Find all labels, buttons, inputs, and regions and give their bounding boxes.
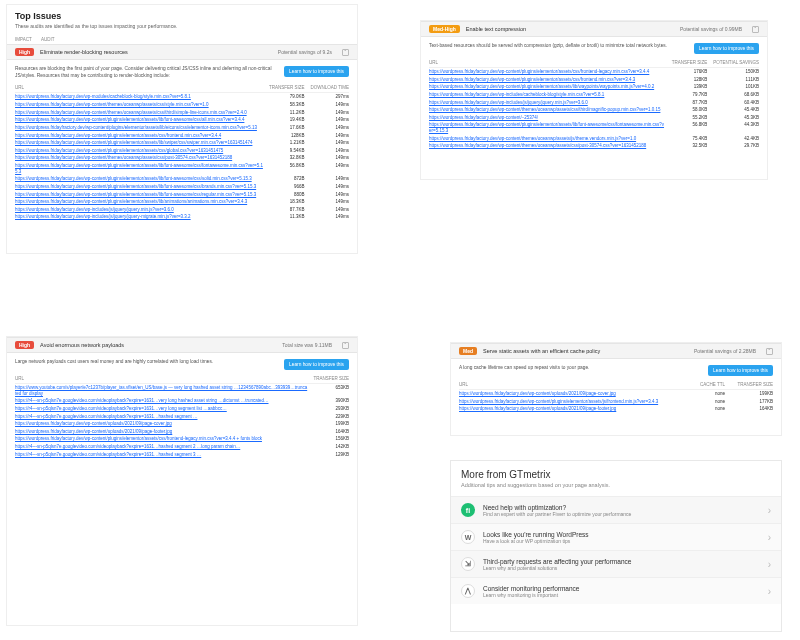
audit-header-row[interactable]: High Eliminate render-blocking resources… [7, 44, 357, 60]
impact-tag-med: Med [459, 347, 477, 355]
audit-header-row[interactable]: High Avoid enormous network payloads Tot… [7, 337, 357, 353]
resource-url[interactable]: https://wordpress.fridayfactory.dev/wp-c… [459, 390, 689, 398]
table-row: https://wordpress.fridayfactory.dev/wp-c… [459, 405, 773, 413]
audit-savings: Total size was 9.11MB [282, 342, 332, 348]
cell-d: 149ms [305, 132, 349, 140]
table-row: https://wordpress.fridayfactory.dev/wp-c… [15, 435, 349, 443]
resource-url[interactable]: https://r4---sn-p5qlsn7e.googlevideo.com… [15, 413, 307, 421]
resource-url[interactable]: https://wordpress.fridayfactory.dev/wp-c… [15, 154, 263, 162]
audit-title: Eliminate render-blocking resources [40, 49, 272, 55]
chevron-up-icon[interactable]: ˄ [342, 342, 349, 349]
resource-url[interactable]: https://wordpress.fridayfactory.dev/wp-c… [15, 191, 263, 199]
cell-d: 149ms [305, 109, 349, 117]
tip-row[interactable]: ⇲Third-party requests are affecting your… [451, 550, 781, 577]
wp-icon: W [461, 530, 475, 544]
resource-url[interactable]: https://www.youtube.com/s/player/e7c1237… [15, 384, 307, 398]
resource-url[interactable]: https://wordpress.fridayfactory.dev/wp-c… [429, 68, 666, 76]
resource-url[interactable]: https://wordpress.fridayfactory.dev/wp-m… [15, 93, 263, 101]
learn-button[interactable]: Learn how to improve this [708, 365, 773, 376]
resource-url[interactable]: https://wordpress.fridayfactory.dev/wp-i… [15, 213, 263, 221]
learn-button[interactable]: Learn how to improve this [284, 66, 349, 77]
resource-url[interactable]: https://r4---sn-p5qlsn7e.googlevideo.com… [15, 397, 307, 405]
resource-url[interactable]: https://wordpress.fridayfactory.dev/wp-c… [15, 162, 263, 175]
audit-header-row[interactable]: Med Serve static assets with an efficien… [451, 343, 781, 359]
resource-url[interactable]: https://wordpress.fridayfactory.dev/wp-c… [15, 116, 263, 124]
cell-t: 1.21KB [263, 139, 305, 147]
resource-url[interactable]: https://r4---sn-p5qlsn7e.googlevideo.com… [15, 451, 307, 459]
resource-url[interactable]: https://wordpress.fridayfactory.dev/wp-c… [15, 428, 307, 436]
resource-url[interactable]: https://wordpress.fridayfactory.dev/wp-c… [15, 435, 307, 443]
table-row: https://r4---sn-p5qlsn7e.googlevideo.com… [15, 413, 349, 421]
tip-sub: Learn why and potential solutions [483, 565, 760, 571]
cell-p: 111KB [707, 76, 759, 84]
resource-url[interactable]: https://wordpress.fridayfactory.dev/wp-c… [429, 114, 666, 122]
table-row: https://wordpress.fridayfactory.dev/wp-c… [15, 198, 349, 206]
resources-table: URL TRANSFER SIZE POTENTIAL SAVINGS http… [429, 58, 759, 150]
table-row: https://wordpress.fridayfactory.dev/wp-i… [429, 91, 759, 99]
resource-url[interactable]: https://r4---sn-p5qlsn7e.googlevideo.com… [15, 405, 307, 413]
resource-url[interactable]: https://wordpress.fridayfractory.dev/wp-… [15, 124, 263, 132]
cell-d: 149ms [305, 213, 349, 221]
cell-t: 139KB [666, 83, 708, 91]
table-row: https://wordpress.fridayfactory.dev/wp-c… [15, 428, 349, 436]
cell-d: 149ms [305, 191, 349, 199]
learn-button[interactable]: Learn how to improve this [694, 43, 759, 54]
audit-description: Text-based resources should be served wi… [429, 43, 686, 50]
resource-url[interactable]: https://wordpress.fridayfactory.dev/wp-i… [429, 99, 666, 107]
chevron-up-icon[interactable]: ˄ [342, 49, 349, 56]
cell-d: 149ms [305, 183, 349, 191]
chevron-up-icon[interactable]: ˄ [766, 348, 773, 355]
table-row: https://r4---sn-p5qlsn7e.googlevideo.com… [15, 451, 349, 459]
cell-c: none [689, 390, 725, 398]
col-impact: IMPACT [15, 37, 41, 42]
cell-t: 156KB [307, 435, 349, 443]
cell-t: 176KB [666, 68, 708, 76]
resource-url[interactable]: https://wordpress.fridayfactory.dev/wp-c… [15, 109, 263, 117]
cell-t: 55.2KB [666, 114, 708, 122]
resource-url[interactable]: https://wordpress.fridayfactory.dev/wp-c… [429, 83, 666, 91]
mon-icon: ⋀ [461, 584, 475, 598]
cell-d: 149ms [305, 147, 349, 155]
resource-url[interactable]: https://wordpress.fridayfactory.dev/wp-c… [429, 135, 666, 143]
table-row: https://wordpress.fridayfactory.dev/wp-c… [429, 106, 759, 114]
resource-url[interactable]: https://wordpress.fridayfactory.dev/wp-c… [15, 139, 263, 147]
resource-url[interactable]: https://wordpress.fridayfactory.dev/wp-c… [15, 101, 263, 109]
cell-t: 11.2KB [263, 109, 305, 117]
cell-t: 32.8KB [263, 154, 305, 162]
resource-url[interactable]: https://wordpress.fridayfactory.dev/wp-c… [15, 198, 263, 206]
tip-sub: Have a look at our WP optimization tips [483, 538, 760, 544]
resource-url[interactable]: https://wordpress.fridayfactory.dev/wp-c… [15, 420, 307, 428]
audit-header-row[interactable]: Med-High Enable text compression Potenti… [421, 21, 767, 37]
tip-sub: Learn why monitoring is important [483, 592, 760, 598]
cell-t: 872B [263, 175, 305, 183]
cell-d: 149ms [305, 154, 349, 162]
resources-table: URL CACHE TTL TRANSFER SIZE https://word… [459, 380, 773, 413]
resource-url[interactable]: https://wordpress.fridayfactory.dev/wp-c… [15, 147, 263, 155]
audit-title: Enable text compression [466, 26, 674, 32]
resource-url[interactable]: https://wordpress.fridayfactory.dev/wp-c… [459, 398, 689, 406]
resource-url[interactable]: https://wordpress.fridayfactory.dev/wp-c… [429, 142, 666, 150]
resource-url[interactable]: https://wordpress.fridayfactory.dev/wp-c… [429, 76, 666, 84]
resource-url[interactable]: https://wordpress.fridayfactory.dev/wp-c… [429, 106, 666, 114]
tip-row[interactable]: ⋀Consider monitoring performanceLearn wh… [451, 577, 781, 604]
th-cache: CACHE TTL [689, 380, 725, 390]
resource-url[interactable]: https://wordpress.fridayfactory.dev/wp-i… [429, 91, 666, 99]
chevron-right-icon: › [768, 532, 771, 543]
cell-t: 79.0KB [263, 93, 305, 101]
resource-url[interactable]: https://wordpress.fridayfactory.dev/wp-i… [15, 206, 263, 214]
resource-url[interactable]: https://wordpress.fridayfactory.dev/wp-c… [15, 132, 263, 140]
cell-t: 9.54KB [263, 147, 305, 155]
tip-row[interactable]: fiNeed help with optimization?Find an ex… [451, 496, 781, 523]
panel-network-payloads: High Avoid enormous network payloads Tot… [6, 336, 358, 626]
resource-url[interactable]: https://r4---sn-p5qlsn7e.googlevideo.com… [15, 443, 307, 451]
resource-url[interactable]: https://wordpress.fridayfactory.dev/wp-c… [15, 183, 263, 191]
cell-d: 149ms [305, 116, 349, 124]
tip-row[interactable]: WLooks like you're running WordPressHave… [451, 523, 781, 550]
table-row: https://wordpress.fridayfactory.dev/wp-c… [429, 142, 759, 150]
learn-button[interactable]: Learn how to improve this [284, 359, 349, 370]
resource-url[interactable]: https://wordpress.fridayfactory.dev/wp-c… [459, 405, 689, 413]
table-row: https://wordpress.fridayfactory.dev/wp-c… [15, 109, 349, 117]
chevron-up-icon[interactable]: ˄ [752, 26, 759, 33]
resource-url[interactable]: https://wordpress.fridayfactory.dev/wp-c… [15, 175, 263, 183]
resource-url[interactable]: https://wordpress.fridayfactory.dev/wp-c… [429, 121, 666, 134]
